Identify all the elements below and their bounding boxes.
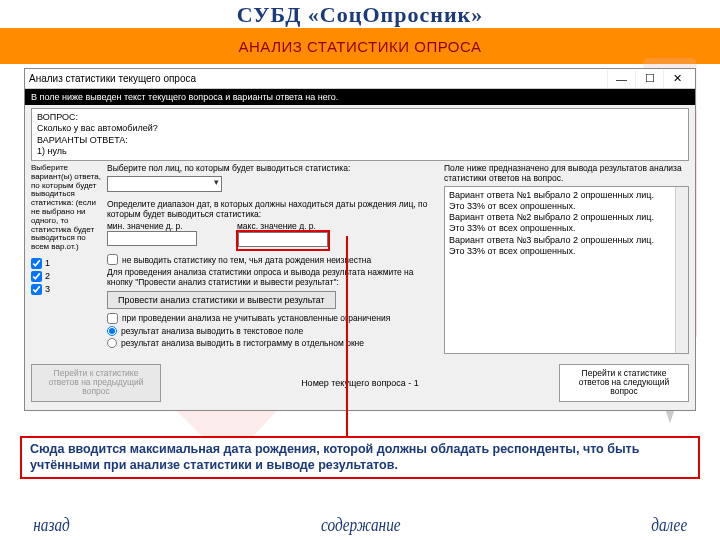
result-line: Вариант ответа №1 выбрало 2 опрошенных л… [449, 190, 684, 201]
answer-1: 1) нуль [37, 146, 683, 157]
results-header: Поле ниже предназначено для вывода резул… [444, 164, 689, 184]
current-question-label: Номер текущего вопроса - 1 [301, 378, 419, 388]
window-title: Анализ статистики текущего опроса [29, 73, 607, 84]
output-text-radio[interactable] [107, 326, 117, 336]
question-box: ВОПРОС: Сколько у вас автомобилей? ВАРИА… [31, 108, 689, 161]
question-label: ВОПРОС: [37, 112, 683, 123]
sex-select[interactable] [107, 176, 222, 192]
filters-column: Выберите пол лиц, по которым будет вывод… [107, 164, 438, 354]
variant-check-1[interactable]: 1 [31, 258, 101, 269]
next-question-button[interactable]: Перейти к статистике ответов на следующи… [559, 364, 689, 402]
sex-label: Выберите пол лиц, по которым будет вывод… [107, 164, 438, 174]
nav-toc[interactable]: содержание [321, 515, 401, 536]
run-analysis-button[interactable]: Провести анализ статистики и вывести рез… [107, 291, 336, 309]
titlebar: Анализ статистики текущего опроса — ☐ ✕ [25, 69, 695, 89]
variants-column: Выберите вариант(ы) ответа, по которым б… [31, 164, 101, 354]
intro-text: В поле ниже выведен текст текущего вопро… [25, 89, 695, 105]
result-line: Это 33% от всех опрошенных. [449, 223, 684, 234]
output-hist-label: результат анализа выводить в гистограмму… [121, 338, 364, 348]
min-date-label: мин. значение д. р. [107, 221, 197, 231]
variant-check-3[interactable]: 3 [31, 284, 101, 295]
date-range-label: Определите диапазон дат, в которых должн… [107, 200, 438, 220]
minimize-button[interactable]: — [607, 70, 635, 88]
question-nav: Перейти к статистике ответов на предыдущ… [25, 358, 695, 410]
callout-text: Сюда вводится максимальная дата рождения… [20, 436, 700, 479]
results-column: Поле ниже предназначено для вывода резул… [444, 164, 689, 354]
output-hist-radio[interactable] [107, 338, 117, 348]
result-line: Вариант ответа №3 выбрало 2 опрошенных л… [449, 235, 684, 246]
stats-window: Анализ статистики текущего опроса — ☐ ✕ … [24, 68, 696, 411]
question-text: Сколько у вас автомобилей? [37, 123, 683, 134]
max-date-label: макс. значение д. р. [237, 221, 329, 231]
ignore-limits-label: при проведении анализа не учитывать уста… [122, 313, 390, 323]
answers-label: ВАРИАНТЫ ОТВЕТА: [37, 135, 683, 146]
max-date-input[interactable] [238, 232, 328, 247]
unknown-dob-checkbox[interactable] [107, 254, 118, 265]
result-line: Это 33% от всех опрошенных. [449, 201, 684, 212]
callout-connector [346, 236, 348, 441]
output-text-label: результат анализа выводить в текстовое п… [121, 326, 303, 336]
variants-header: Выберите вариант(ы) ответа, по которым б… [31, 164, 101, 252]
app-title: СУБД «СоцОпросник» [0, 0, 720, 28]
slide-nav: назад содержание далее [0, 515, 720, 536]
variant-check-2[interactable]: 2 [31, 271, 101, 282]
nav-back[interactable]: назад [33, 515, 70, 536]
results-box[interactable]: Вариант ответа №1 выбрало 2 опрошенных л… [444, 186, 689, 354]
prev-question-button: Перейти к статистике ответов на предыдущ… [31, 364, 161, 402]
ignore-limits-checkbox[interactable] [107, 313, 118, 324]
unknown-dob-label: не выводить статистику по тем, чья дата … [122, 255, 371, 265]
result-line: Вариант ответа №2 выбрало 2 опрошенных л… [449, 212, 684, 223]
maximize-button[interactable]: ☐ [635, 70, 663, 88]
nav-next[interactable]: далее [651, 515, 687, 536]
min-date-input[interactable] [107, 231, 197, 246]
result-line: Это 33% от всех опрошенных. [449, 246, 684, 257]
run-note: Для проведения анализа статистики опроса… [107, 268, 438, 288]
max-date-highlight [237, 231, 329, 250]
close-button[interactable]: ✕ [663, 70, 691, 88]
